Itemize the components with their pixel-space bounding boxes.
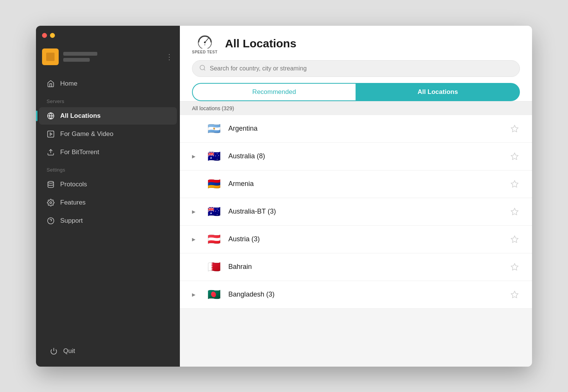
sidebar-item-support-label: Support bbox=[60, 217, 83, 225]
list-item[interactable]: ▶ 🇦🇺 Australia-BT (3) bbox=[180, 198, 532, 226]
svg-point-6 bbox=[50, 201, 52, 203]
avatar-inner bbox=[46, 53, 55, 61]
svg-marker-20 bbox=[511, 236, 518, 242]
tab-all-locations[interactable]: All Locations bbox=[356, 83, 520, 101]
list-wrapper: All locations (329) 🇦🇷 Argentina ▶ 🇦🇺 Au… bbox=[180, 102, 532, 367]
tabs-row: Recommended All Locations bbox=[192, 83, 520, 101]
expand-arrow[interactable]: ▶ bbox=[192, 292, 200, 297]
list-item[interactable]: ▶ 🇧🇩 Bangladesh (3) bbox=[180, 281, 532, 309]
app-window: ⋮ Home Servers All Locations bbox=[36, 26, 532, 367]
svg-marker-21 bbox=[511, 263, 518, 270]
search-bar bbox=[192, 60, 520, 77]
svg-marker-16 bbox=[511, 125, 518, 131]
favorite-button[interactable] bbox=[509, 289, 520, 300]
expand-arrow[interactable]: ▶ bbox=[192, 237, 200, 242]
svg-marker-19 bbox=[511, 208, 518, 214]
svg-point-7 bbox=[48, 217, 54, 224]
servers-section-label: Servers bbox=[36, 93, 180, 106]
favorite-button[interactable] bbox=[509, 206, 520, 217]
more-options-button[interactable]: ⋮ bbox=[165, 52, 174, 61]
favorite-button[interactable] bbox=[509, 234, 520, 245]
sidebar-item-features-label: Features bbox=[60, 199, 86, 206]
country-name: Australia (8) bbox=[228, 152, 503, 160]
close-button[interactable] bbox=[42, 33, 47, 38]
list-item[interactable]: 🇦🇷 Argentina bbox=[180, 115, 532, 143]
user-name-bar bbox=[63, 52, 97, 56]
country-flag: 🇦🇹 bbox=[206, 231, 222, 248]
sidebar-item-features[interactable]: Features bbox=[39, 194, 177, 211]
country-name: Bahrain bbox=[228, 263, 503, 271]
sidebar-item-bittorrent-label: For BitTorrent bbox=[60, 148, 99, 156]
sidebar-item-home[interactable]: Home bbox=[39, 75, 177, 92]
svg-point-14 bbox=[200, 65, 204, 70]
svg-line-15 bbox=[204, 69, 205, 70]
list-item[interactable]: ▶ 🇦🇹 Austria (3) bbox=[180, 226, 532, 253]
list-item[interactable]: 🇦🇲 Armenia bbox=[180, 170, 532, 198]
quit-label: Quit bbox=[63, 347, 75, 355]
home-icon bbox=[47, 80, 55, 88]
sidebar-item-game-video[interactable]: For Game & Video bbox=[39, 125, 177, 143]
sidebar-item-home-label: Home bbox=[60, 80, 77, 87]
svg-point-5 bbox=[48, 181, 54, 183]
speed-test-button[interactable]: ● SPEED TEST bbox=[192, 33, 217, 54]
sidebar-bottom: Quit bbox=[36, 336, 180, 367]
minimize-button[interactable] bbox=[50, 33, 55, 38]
favorite-button[interactable] bbox=[509, 262, 520, 272]
country-flag: 🇦🇺 bbox=[206, 203, 222, 220]
country-name: Austria (3) bbox=[228, 235, 503, 243]
search-input[interactable] bbox=[210, 65, 513, 72]
country-name: Argentina bbox=[228, 125, 503, 133]
svg-text:●: ● bbox=[204, 44, 205, 46]
sidebar-item-bittorrent[interactable]: For BitTorrent bbox=[39, 144, 177, 161]
title-bar bbox=[36, 26, 180, 45]
tab-recommended[interactable]: Recommended bbox=[192, 83, 356, 101]
avatar bbox=[42, 48, 59, 65]
country-flag: 🇧🇭 bbox=[206, 259, 222, 275]
country-name: Australia-BT (3) bbox=[228, 208, 503, 216]
main-header: ● SPEED TEST All Locations Recommended A… bbox=[180, 26, 532, 102]
expand-arrow[interactable]: ▶ bbox=[192, 209, 200, 214]
sidebar-item-game-video-label: For Game & Video bbox=[60, 130, 113, 138]
svg-point-12 bbox=[204, 41, 206, 43]
sidebar-item-protocols-label: Protocols bbox=[60, 181, 87, 188]
speed-test-label: SPEED TEST bbox=[192, 50, 217, 54]
country-flag: 🇧🇩 bbox=[206, 286, 222, 303]
user-info bbox=[63, 52, 97, 62]
country-flag: 🇦🇷 bbox=[206, 120, 222, 137]
favorite-button[interactable] bbox=[509, 179, 520, 189]
page-title: All Locations bbox=[225, 37, 296, 50]
globe-icon bbox=[47, 112, 55, 120]
locations-list: All locations (329) 🇦🇷 Argentina ▶ 🇦🇺 Au… bbox=[180, 102, 532, 309]
svg-marker-18 bbox=[511, 180, 518, 187]
sidebar-item-all-locations-label: All Locations bbox=[60, 112, 101, 120]
svg-marker-17 bbox=[511, 153, 518, 159]
favorite-button[interactable] bbox=[509, 123, 520, 134]
settings-icon bbox=[47, 198, 55, 207]
list-item[interactable]: 🇧🇭 Bahrain bbox=[180, 253, 532, 281]
user-area: ⋮ bbox=[36, 45, 180, 71]
country-flag: 🇦🇲 bbox=[206, 176, 222, 192]
svg-marker-3 bbox=[50, 133, 52, 135]
country-flag: 🇦🇺 bbox=[206, 148, 222, 165]
expand-arrow[interactable]: ▶ bbox=[192, 154, 200, 159]
search-icon bbox=[199, 64, 206, 73]
upload-icon bbox=[47, 148, 55, 156]
header-top: ● SPEED TEST All Locations bbox=[192, 33, 520, 54]
country-name: Armenia bbox=[228, 180, 503, 188]
sidebar-item-support[interactable]: Support bbox=[39, 212, 177, 230]
svg-marker-22 bbox=[511, 291, 518, 297]
settings-section-label: Settings bbox=[36, 162, 180, 175]
list-item[interactable]: ▶ 🇦🇺 Australia (8) bbox=[180, 143, 532, 170]
sidebar-item-protocols[interactable]: Protocols bbox=[39, 176, 177, 193]
main-content: ● SPEED TEST All Locations Recommended A… bbox=[180, 26, 532, 367]
layers-icon bbox=[47, 180, 55, 189]
play-icon bbox=[47, 130, 55, 138]
quit-button[interactable]: Quit bbox=[42, 342, 174, 360]
sidebar-item-all-locations[interactable]: All Locations bbox=[39, 107, 177, 125]
sidebar-nav: Home Servers All Locations For Game & Vi… bbox=[36, 71, 180, 336]
favorite-button[interactable] bbox=[509, 151, 520, 162]
svg-rect-2 bbox=[48, 131, 54, 137]
country-name: Bangladesh (3) bbox=[228, 290, 503, 298]
locations-section-header: All locations (329) bbox=[180, 102, 532, 115]
sidebar: ⋮ Home Servers All Locations bbox=[36, 26, 180, 367]
